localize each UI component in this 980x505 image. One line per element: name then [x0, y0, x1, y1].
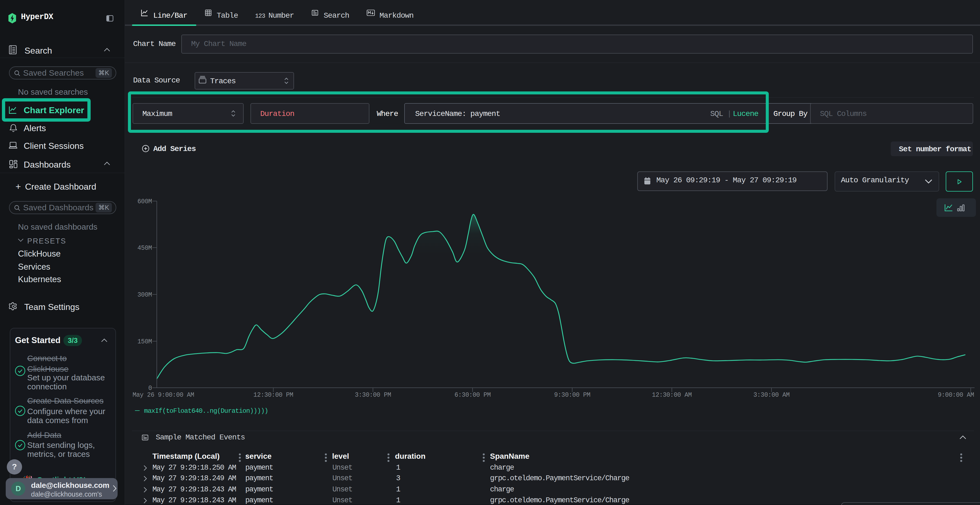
svg-text:9:30:00 PM: 9:30:00 PM	[554, 392, 590, 399]
svg-text:—: —	[135, 406, 140, 414]
svg-text:150M: 150M	[137, 338, 152, 345]
svg-text:300M: 300M	[137, 291, 152, 299]
svg-text:May 26 9:00:00 AM: May 26 9:00:00 AM	[132, 392, 194, 399]
svg-text:600M: 600M	[137, 198, 152, 205]
svg-text:maxIf(toFloat640..ng(Duration): maxIf(toFloat640..ng(Duration)))))	[144, 407, 268, 414]
svg-text:12:30:00 PM: 12:30:00 PM	[253, 392, 293, 399]
svg-text:450M: 450M	[137, 245, 152, 252]
svg-text:3:30:00 AM: 3:30:00 AM	[753, 392, 789, 399]
svg-text:9:00:00 AM: 9:00:00 AM	[938, 392, 974, 399]
svg-text:12:30:00 AM: 12:30:00 AM	[652, 392, 692, 399]
svg-text:0: 0	[148, 385, 152, 392]
svg-text:3:30:00 PM: 3:30:00 PM	[355, 392, 391, 399]
svg-text:6:30:00 PM: 6:30:00 PM	[454, 392, 490, 399]
